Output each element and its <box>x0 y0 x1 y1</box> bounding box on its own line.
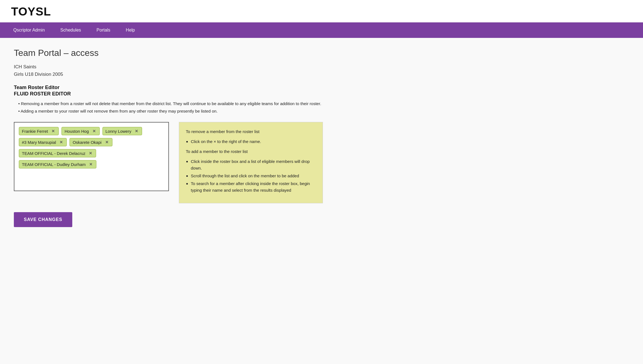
info-remove-title: To remove a member from the roster list <box>186 128 316 135</box>
instructions-list: Removing a member from a roster will not… <box>17 101 374 114</box>
info-remove-item-1: Click on the × to the right of the name. <box>191 138 316 145</box>
tag-houston-hog-label: Houston Hog <box>65 129 89 134</box>
tag-lonny-lowery-remove[interactable]: ✕ <box>134 129 139 134</box>
tag-oskarete-okapi-remove[interactable]: ✕ <box>104 140 109 145</box>
tag-lonny-lowery: Lonny Lowery✕ <box>102 127 142 135</box>
team-name: ICH Saints <box>14 63 374 71</box>
tag-derek-delacruz-label: TEAM OFFICIAL - Derek Delacruz <box>22 151 85 156</box>
tag-frankie-ferret-remove[interactable]: ✕ <box>51 129 56 134</box>
roster-box[interactable]: Frankie Ferret✕Houston Hog✕Lonny Lowery✕… <box>14 122 169 191</box>
tag-houston-hog: Houston Hog✕ <box>61 127 100 135</box>
tag-dudley-durham: TEAM OFFICIAL - Dudley Durham✕ <box>19 160 96 168</box>
site-title: TOYSL <box>11 5 632 18</box>
tag-lonny-lowery-label: Lonny Lowery <box>106 129 131 134</box>
info-add-title: To add a member to the roster list <box>186 148 316 155</box>
tag-oskarete-okapi: Oskarete Okapi✕ <box>70 138 112 146</box>
page-title: Team Portal – access <box>14 48 374 58</box>
info-add-item-2: Scroll through the list and click on the… <box>191 173 316 179</box>
tag-oskarete-okapi-label: Oskarete Okapi <box>73 140 101 145</box>
tag-houston-hog-remove[interactable]: ✕ <box>92 129 97 134</box>
info-add-item-3: To search for a member after clicking in… <box>191 180 316 194</box>
team-division: Girls U18 Division 2005 <box>14 71 374 78</box>
nav-schedules[interactable]: Schedules <box>53 23 89 38</box>
editor-area: Frankie Ferret✕Houston Hog✕Lonny Lowery✕… <box>14 122 374 203</box>
tag-dudley-durham-label: TEAM OFFICIAL - Dudley Durham <box>22 162 86 167</box>
tag-frankie-ferret: Frankie Ferret✕ <box>19 127 59 135</box>
section-title: Team Roster Editor <box>14 85 374 90</box>
info-remove-list: Click on the × to the right of the name. <box>191 138 316 145</box>
save-changes-button[interactable]: SAVE CHANGES <box>14 212 72 227</box>
info-add-list: Click inside the roster box and a list o… <box>191 158 316 194</box>
tag-mary-marsupial-label: #3 Mary Marsupial <box>22 140 56 145</box>
tag-frankie-ferret-label: Frankie Ferret <box>22 129 48 134</box>
nav-help[interactable]: Help <box>118 23 143 38</box>
info-add-item-1: Click inside the roster box and a list o… <box>191 158 316 171</box>
tag-mary-marsupial-remove[interactable]: ✕ <box>59 140 64 145</box>
nav-portals[interactable]: Portals <box>89 23 118 38</box>
nav-bar: Qscriptor Admin Schedules Portals Help <box>0 22 643 38</box>
main-content: Team Portal – access ICH Saints Girls U1… <box>0 38 388 244</box>
header: TOYSL <box>0 0 643 22</box>
tag-dudley-durham-remove[interactable]: ✕ <box>88 162 93 167</box>
tag-derek-delacruz-remove[interactable]: ✕ <box>88 151 93 156</box>
nav-qscriptor-admin[interactable]: Qscriptor Admin <box>6 23 53 38</box>
tag-derek-delacruz: TEAM OFFICIAL - Derek Delacruz✕ <box>19 149 96 157</box>
section-subtitle: FLUID ROSTER EDITOR <box>14 91 374 97</box>
instruction-1: Removing a member from a roster will not… <box>17 101 374 107</box>
tag-mary-marsupial: #3 Mary Marsupial✕ <box>19 138 67 146</box>
instruction-2: Adding a member to your roster will not … <box>17 108 374 115</box>
info-box: To remove a member from the roster list … <box>179 122 323 203</box>
team-info: ICH Saints Girls U18 Division 2005 <box>14 63 374 78</box>
